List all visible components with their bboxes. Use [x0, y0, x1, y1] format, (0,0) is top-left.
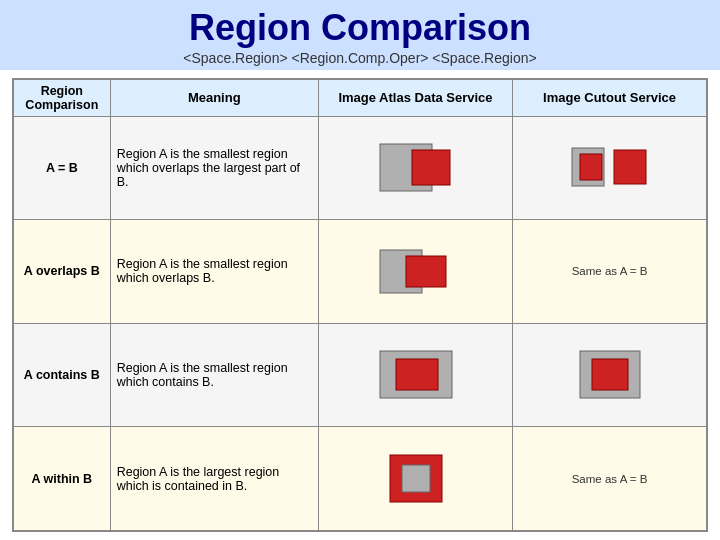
row4-comparison: A within B — [13, 427, 110, 531]
svg-rect-3 — [580, 154, 602, 180]
row3-comparison: A contains B — [13, 323, 110, 427]
table-row: A contains B Region A is the smallest re… — [13, 323, 707, 427]
atlas-diagram-overlaps — [376, 244, 456, 299]
svg-rect-4 — [614, 150, 646, 184]
comparison-table: Region Comparison Meaning Image Atlas Da… — [12, 78, 708, 532]
row4-same-label: Same as A = B — [519, 473, 700, 485]
header-atlas: Image Atlas Data Service — [318, 79, 512, 117]
row2-comparison: A overlaps B — [13, 220, 110, 324]
row4-atlas-diagram — [318, 427, 512, 531]
page-wrapper: Region Comparison <Space.Region> <Region… — [0, 0, 720, 540]
row3-cutout-diagram — [513, 323, 707, 427]
table-container: Region Comparison Meaning Image Atlas Da… — [0, 70, 720, 540]
table-row: A within B Region A is the largest regio… — [13, 427, 707, 531]
atlas-diagram-a-eq-b — [376, 140, 456, 195]
row1-cutout-diagram — [513, 116, 707, 220]
row4-meaning: Region A is the largest region which is … — [110, 427, 318, 531]
table-row: A = B Region A is the smallest region wh… — [13, 116, 707, 220]
svg-rect-8 — [396, 359, 438, 390]
header-cutout: Image Cutout Service — [513, 79, 707, 117]
row3-meaning: Region A is the smallest region which co… — [110, 323, 318, 427]
row2-same-label: Same as A = B — [519, 265, 700, 277]
svg-rect-1 — [412, 150, 450, 185]
svg-rect-12 — [402, 465, 430, 492]
row2-meaning: Region A is the smallest region which ov… — [110, 220, 318, 324]
svg-rect-10 — [592, 359, 628, 390]
row3-atlas-diagram — [318, 323, 512, 427]
row1-comparison: A = B — [13, 116, 110, 220]
cutout-diagram-a-eq-b — [570, 140, 650, 195]
header-comparison: Region Comparison — [13, 79, 110, 117]
row2-cutout-same: Same as A = B — [513, 220, 707, 324]
table-row: A overlaps B Region A is the smallest re… — [13, 220, 707, 324]
atlas-diagram-within — [376, 451, 456, 506]
cutout-diagram-contains — [570, 347, 650, 402]
row1-atlas-diagram — [318, 116, 512, 220]
subtitle: <Space.Region> <Region.Comp.Oper> <Space… — [4, 50, 716, 66]
svg-rect-6 — [406, 256, 446, 287]
main-title: Region Comparison — [4, 8, 716, 48]
header-meaning: Meaning — [110, 79, 318, 117]
row1-meaning: Region A is the smallest region which ov… — [110, 116, 318, 220]
title-section: Region Comparison <Space.Region> <Region… — [0, 0, 720, 70]
atlas-diagram-contains — [376, 347, 456, 402]
row2-atlas-diagram — [318, 220, 512, 324]
row4-cutout-same: Same as A = B — [513, 427, 707, 531]
